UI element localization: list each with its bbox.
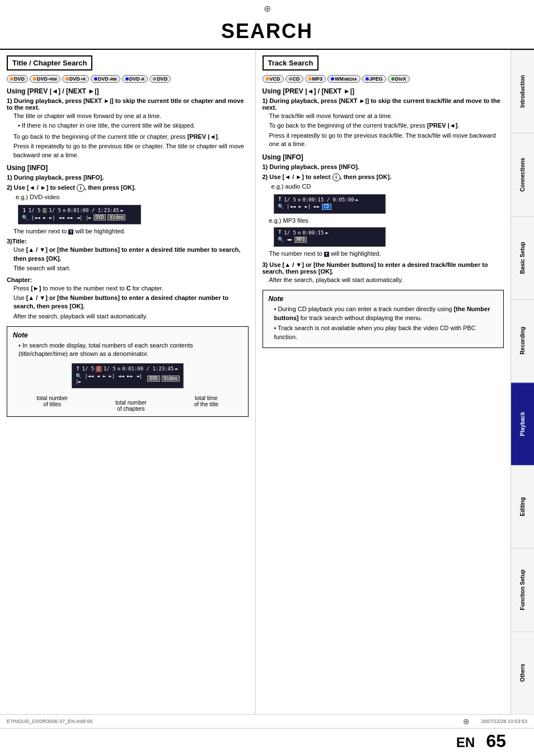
sidebar-tab-recording[interactable]: Recording xyxy=(511,299,534,382)
info-circle-right: i xyxy=(332,173,340,181)
osd-mp3-row2: 🔍 ◄► MP3 xyxy=(278,237,382,243)
badge-dvd3: DVD+R xyxy=(62,75,89,83)
badge-cd: CD xyxy=(285,75,303,83)
left-osd-caption: The number next to T will be highlighted… xyxy=(13,228,249,234)
right-example2-label: e.g.) MP3 files xyxy=(269,217,504,224)
right-item-4-note: After the search, playback will start au… xyxy=(269,276,504,284)
en-label: EN xyxy=(456,735,475,750)
left-item-1-bullet1: • If there is no chapter in one title, t… xyxy=(18,121,249,130)
sidebar-tab-editing[interactable]: Editing xyxy=(511,465,534,548)
right-note-item-1: During CD playback you can enter a track… xyxy=(274,305,498,322)
osd-mp3-screen: T 1/ 5 ⊙ 0:00:15 ► 🔍 ◄► MP3 xyxy=(274,227,386,247)
left-item-1: 1) During playback, press [NEXT ►|] to s… xyxy=(7,97,249,159)
badge-dvd6: DVD xyxy=(149,75,171,83)
top-bar: ⊕ xyxy=(0,0,534,15)
left-chapter-body2: Use [▲ / ▼] or [the Number buttons] to e… xyxy=(13,294,249,311)
badge-dvd2: DVD+RW xyxy=(30,75,60,83)
right-item-1-num: 1) During playback, press [NEXT ►|] to s… xyxy=(263,97,504,111)
right-item-1-para1: The track/file will move forward one at … xyxy=(269,112,504,120)
osd-cd-screen: T 1/ 5 ⊙ 0:00:15 / 0:05:00 ► 🔍 |◄◄ ► ►| … xyxy=(274,194,386,214)
right-note-box: Note During CD playback you can enter a … xyxy=(263,290,504,348)
left-sub-heading-prev-next: Using [PREV |◄] / [NEXT ►|] xyxy=(7,87,249,95)
page-number: 65 xyxy=(486,731,506,752)
footer-date: 2007/12/28 10:53:53 xyxy=(481,719,527,724)
right-item-2: 1) During playback, press [INFO]. xyxy=(263,163,504,170)
badge-divx: DivX xyxy=(388,75,410,83)
right-osd-caption: The number next to T will be highlighted… xyxy=(269,250,504,257)
left-format-badges: DVD DVD+RW DVD+R DVD-RW DVD-R DVD xyxy=(7,75,249,83)
left-item-3-label: 2) Use [◄ / ►] to select i, then press [… xyxy=(7,184,249,192)
crosshair-bottom-icon: ⊕ xyxy=(463,717,470,726)
right-column: Track Search VCD CD MP3 WMMEDIA JPEG Div… xyxy=(256,50,511,714)
sidebar-tab-introduction[interactable]: Introduction xyxy=(511,50,534,133)
info-circle-left: i xyxy=(77,184,85,192)
left-note-box: Note In search mode display, total numbe… xyxy=(7,326,249,417)
badge-vcd: VCD xyxy=(263,75,284,83)
left-item-1-para1: The title or chapter will move forward b… xyxy=(13,112,249,120)
badge-mp3: MP3 xyxy=(305,75,326,83)
left-item-3: 2) Use [◄ / ►] to select i, then press [… xyxy=(7,184,249,201)
left-item-1-para3: Press it repeatedly to go to the previou… xyxy=(13,142,249,159)
osd-mp3-row1: T 1/ 5 ⊙ 0:00:15 ► xyxy=(278,230,382,236)
sidebar-tab-function-setup[interactable]: Function Setup xyxy=(511,548,534,631)
left-note-title: Note xyxy=(13,331,242,339)
left-chapter-body1: Press [►] to move to the number next to … xyxy=(13,284,249,293)
t-icon-left: 1 xyxy=(22,208,27,213)
crosshair-top-icon: ⊕ xyxy=(264,3,271,14)
footer-file: E7H42UD_DVDR3506-37_EN.indd 65 xyxy=(7,719,93,724)
osd-dvd-screen: 1 1/ 5 C 1/ 5 ⊙ 0:01:00 / 1:23:45 ► 🔍 |◄… xyxy=(18,205,141,224)
sidebar-tab-others[interactable]: Others xyxy=(511,631,534,714)
diagram-labels: total number of titles total number of c… xyxy=(13,393,242,412)
page-title: SEARCH xyxy=(0,15,534,49)
right-format-badges: VCD CD MP3 WMMEDIA JPEG DivX xyxy=(263,75,504,83)
left-chapter-label: Chapter: xyxy=(7,276,249,283)
right-item-1: 1) During playback, press [NEXT ►|] to s… xyxy=(263,97,504,149)
right-note-title: Note xyxy=(269,295,498,303)
left-column: Title / Chapter Search DVD DVD+RW DVD+R … xyxy=(0,50,256,714)
right-section-header: Track Search xyxy=(263,55,319,71)
sidebar-tab-playback[interactable]: Playback xyxy=(511,382,534,465)
page-wrapper: ⊕ SEARCH Title / Chapter Search DVD DVD+… xyxy=(0,0,534,756)
right-item-4-label: 3) Use [▲ / ▼] or [the Number buttons] t… xyxy=(263,261,504,275)
right-note-item-2: Track search is not available when you p… xyxy=(274,324,498,341)
left-item-4-title-note: Title search will start. xyxy=(13,264,249,273)
badge-wma: WMMEDIA xyxy=(327,75,360,83)
diagram-label-chapters: total number of chapters xyxy=(115,400,147,412)
left-item-4-title-label: 3)Title: xyxy=(7,238,249,245)
t-icon-cd: T xyxy=(278,197,283,202)
diagram-row1: T 1/ 5 C 1/ 5 ⊙ 0:01:00 / 1:23:45 ► xyxy=(76,366,180,372)
left-item-1-num: 1) During playback, press [NEXT ►|] to s… xyxy=(7,97,249,111)
right-item-3: 2) Use [◄ / ►] to select i, then press [… xyxy=(263,173,504,191)
badge-dvd4: DVD-RW xyxy=(91,75,120,83)
diagram-label-titles: total number of titles xyxy=(36,395,68,412)
badge-mpeg: JPEG xyxy=(362,75,386,83)
right-using-info: Using [INFO] xyxy=(263,153,504,161)
osd-cd-row2: 🔍 |◄◄ ► ►| ►► CD xyxy=(278,204,382,210)
right-item-4: 3) Use [▲ / ▼] or [the Number buttons] t… xyxy=(263,261,504,284)
sidebar-tab-connections[interactable]: Connections xyxy=(511,133,534,215)
left-section-header: Title / Chapter Search xyxy=(7,55,92,71)
left-item-2-label: 1) During playback, press [INFO]. xyxy=(7,174,249,181)
sidebar: Introduction Connections Basic Setup Rec… xyxy=(510,50,534,714)
right-item-3-label: 2) Use [◄ / ►] to select i, then press [… xyxy=(263,173,504,181)
left-item-3-example: e.g.) DVD-video xyxy=(16,193,249,201)
osd-cd-row1: T 1/ 5 ⊙ 0:00:15 / 0:05:00 ► xyxy=(278,197,382,203)
right-item-1-para2: To go back to the beginning of the curre… xyxy=(269,121,504,130)
sidebar-tab-basic-setup[interactable]: Basic Setup xyxy=(511,216,534,299)
right-item-3-example1: e.g.) audio CD xyxy=(271,182,504,191)
badge-dvd5: DVD-R xyxy=(122,75,148,83)
bottom-right: ⊕ 2007/12/28 10:53:53 xyxy=(463,717,527,726)
bottom-bar: E7H42UD_DVDR3506-37_EN.indd 65 ⊕ 2007/12… xyxy=(0,714,534,728)
left-note-item-1: In search mode display, total numbers of… xyxy=(18,341,242,359)
left-item-4: 3)Title: Use [▲ / ▼] or [the Number butt… xyxy=(7,238,249,273)
left-item-1-para2: To go back to the beginning of the curre… xyxy=(13,133,249,141)
badge-dvd1: DVD xyxy=(7,75,28,83)
left-item-5: Chapter: Press [►] to move to the number… xyxy=(7,276,249,321)
osd-dvd-row2: 🔍 |◄◄ ► ►| ◄◄ ►► ◄| |► DVD Video xyxy=(22,214,137,220)
diagram-label-time: total time of the title xyxy=(194,395,218,412)
right-sub-heading-prev-next: Using [PREV |◄] / [NEXT ►|] xyxy=(263,87,504,95)
diagram-osd: T 1/ 5 C 1/ 5 ⊙ 0:01:00 / 1:23:45 ► 🔍 |◄… xyxy=(72,363,184,388)
page-number-bar: EN 65 xyxy=(0,728,534,756)
right-item-1-para3: Press it repeatedly to go to the previou… xyxy=(269,132,504,149)
diagram-row2: 🔍 |◄◄ ◄ ► ►| ◄◄ ►► ◄| |► DVD Video xyxy=(76,373,180,384)
